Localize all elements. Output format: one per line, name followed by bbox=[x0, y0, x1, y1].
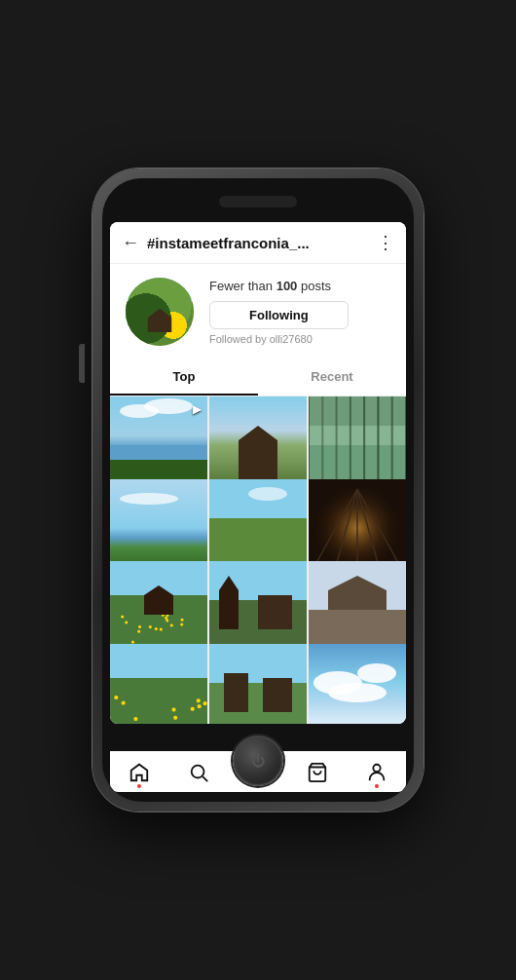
nav-shop[interactable] bbox=[300, 755, 335, 790]
avatar-image bbox=[126, 278, 194, 346]
grid-item[interactable] bbox=[110, 644, 207, 725]
phone-inner: ← #instameetfranconia_... ⋮ Fewer than 1… bbox=[102, 178, 414, 802]
profile-info: Fewer than 100 posts Following Followed … bbox=[209, 279, 390, 345]
side-button bbox=[79, 344, 85, 383]
avatar bbox=[126, 278, 194, 346]
svg-line-1 bbox=[203, 776, 207, 781]
grid-image bbox=[309, 644, 406, 725]
video-icon: ▶ bbox=[193, 402, 202, 416]
screen: ← #instameetfranconia_... ⋮ Fewer than 1… bbox=[110, 222, 406, 724]
svg-point-9 bbox=[373, 764, 380, 771]
svg-point-0 bbox=[192, 765, 204, 777]
profile-dot bbox=[375, 784, 379, 788]
phone-frame: ← #instameetfranconia_... ⋮ Fewer than 1… bbox=[92, 169, 424, 811]
profile-section: Fewer than 100 posts Following Followed … bbox=[110, 264, 406, 359]
grid-image bbox=[209, 644, 307, 725]
home-dot bbox=[137, 784, 141, 788]
tab-recent[interactable]: Recent bbox=[258, 359, 406, 396]
header: ← #instameetfranconia_... ⋮ bbox=[110, 222, 406, 264]
grid-image bbox=[110, 644, 207, 725]
tabs: Top Recent bbox=[110, 359, 406, 396]
photo-grid: ▶ bbox=[110, 396, 406, 724]
phone-speaker bbox=[219, 196, 297, 207]
nav-profile[interactable] bbox=[359, 755, 394, 790]
tab-top[interactable]: Top bbox=[110, 359, 258, 396]
nav-search[interactable] bbox=[181, 755, 216, 790]
back-button[interactable]: ← bbox=[122, 233, 139, 253]
nav-home[interactable] bbox=[122, 755, 157, 790]
posts-count: Fewer than 100 posts bbox=[209, 279, 390, 293]
followed-by: Followed by olli27680 bbox=[209, 333, 390, 345]
home-button[interactable]: ⏻ bbox=[233, 735, 283, 786]
follow-button[interactable]: Following bbox=[209, 301, 349, 329]
grid-item[interactable] bbox=[309, 644, 406, 725]
grid-item[interactable] bbox=[209, 644, 307, 725]
page-title: #instameetfranconia_... bbox=[147, 235, 377, 251]
more-options-button[interactable]: ⋮ bbox=[377, 232, 394, 253]
